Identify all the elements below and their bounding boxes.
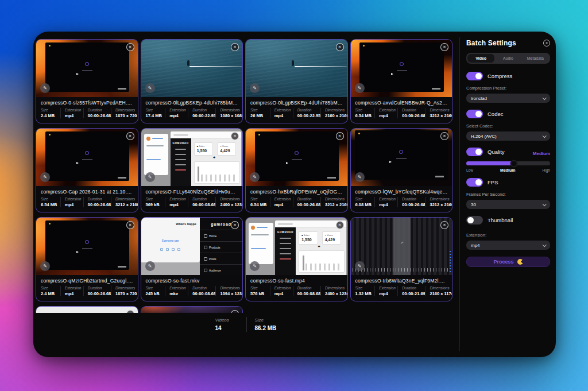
pencil-icon: ✎ [43, 264, 47, 269]
compress-toggle[interactable] [466, 72, 483, 80]
thumbnail-art-filmstrip: ⇗ [351, 218, 452, 275]
video-frame [355, 130, 448, 180]
remove-video-button[interactable]: ✕ [336, 221, 344, 229]
meta-dimensions: Dimensions2160 x 1174 [425, 286, 447, 296]
video-card[interactable]: ✕ ✎ compressO-0-slz557fsWTtyvPedAEH.mp4 … [36, 39, 138, 123]
pencil-icon: ✎ [253, 264, 257, 269]
video-card[interactable]: ✕ ✎ [141, 306, 243, 313]
remove-video-button[interactable]: ✕ [231, 310, 239, 313]
pencil-icon: ✎ [43, 175, 47, 180]
watermark [432, 88, 440, 90]
video-meta-row: Size6.08 MB Extensionmp4 Duration00:00:2… [351, 196, 452, 211]
video-card[interactable]: ✕ ✎ [36, 306, 138, 313]
paddler-figure [187, 60, 189, 66]
video-card[interactable]: ✕ ✎ compressO-0lLgpBSKEp-4dUhi785bM_conv… [141, 39, 243, 123]
remove-video-button[interactable]: ✕ [126, 310, 134, 313]
edit-video-button[interactable]: ✎ [250, 83, 260, 93]
compression-preset-select[interactable]: ironclad [466, 94, 550, 103]
meta-duration: Duration00:00:26.68 [397, 197, 425, 207]
thumbnail-toggle[interactable] [466, 216, 483, 224]
scale-medium: Medium [500, 168, 515, 172]
app-caption-bar [82, 159, 92, 160]
video-card[interactable]: ✕ ✎ compressO-axvdCulENBBwJR-Q_As2Q.mp4 … [350, 39, 453, 123]
close-settings-button[interactable]: ✕ [543, 40, 550, 47]
tab-audio[interactable]: Audio [494, 54, 521, 63]
remove-video-button[interactable]: ✕ [440, 221, 448, 229]
video-thumbnail: ✕ ✎ [351, 40, 452, 97]
remove-video-button[interactable]: ✕ [126, 132, 134, 140]
quality-current-value: Medium [533, 151, 550, 156]
close-icon: ✕ [443, 45, 446, 49]
edit-video-button[interactable]: ✎ [40, 172, 50, 182]
meta-dimensions: Dimensions3212 x 2160 [425, 108, 447, 118]
edit-video-button[interactable]: ✎ [40, 261, 50, 271]
tab-video[interactable]: Video [467, 54, 494, 63]
thumbnail-art-macos [36, 218, 138, 275]
remove-video-button[interactable]: ✕ [336, 43, 344, 51]
quality-row: Quality Medium [466, 148, 550, 156]
views-value: 4,429 [325, 238, 338, 242]
video-card[interactable]: GUMROAD Sales 1,550 Views 4,429 + [245, 217, 348, 301]
quality-slider[interactable] [466, 161, 550, 165]
meta-size: Size245 kB [146, 286, 165, 296]
remove-video-button[interactable]: ✕ [231, 221, 239, 229]
remove-video-button[interactable]: ✕ [440, 43, 448, 51]
edit-video-button[interactable]: ✎ [145, 261, 155, 271]
video-thumbnail: ✕ ✎ [36, 40, 138, 97]
app-logo-glyph [399, 150, 403, 154]
video-card[interactable]: ⇗ ✕ ✎ compressO-trb6WltaQ3nE_yqlF9M2l.mp… [350, 217, 453, 301]
tab-metadata[interactable]: Metadata [522, 54, 549, 63]
toggle-knob [475, 149, 482, 155]
meta-duration: Duration00:00:08.68 [293, 286, 320, 296]
codec-toggle[interactable] [466, 110, 483, 118]
video-card[interactable]: ✕ ✎ compressO-lQW_bYCfeqQTSKal4wqem.mp4 … [350, 128, 453, 212]
close-icon: ✕ [129, 45, 131, 49]
quality-toggle[interactable] [466, 148, 483, 156]
edit-video-button[interactable]: ✎ [250, 172, 260, 182]
cursor-crosshair-icon: + [318, 245, 320, 249]
fps-toggle[interactable] [466, 178, 483, 187]
video-card[interactable]: ✕ ✎ compressO-hxBbRqfOPEmW_oQjfOGJl.mp4 … [245, 128, 348, 212]
edit-video-button[interactable]: ✎ [355, 261, 365, 271]
extension-select[interactable]: mp4 [466, 241, 550, 250]
meta-extension: Extensionmkv [165, 286, 188, 296]
process-button[interactable]: Process [466, 257, 550, 267]
thumbnail-art-ocean [246, 40, 347, 97]
video-filename: compressO-0lLgpBSKEp-4dUhi785bM_converte… [141, 97, 243, 107]
edit-video-button[interactable]: ✎ [145, 172, 155, 182]
video-card[interactable]: ✕ ✎ compressO-Cap 2026-01-31 at 21.10.02… [36, 128, 138, 212]
edit-video-button[interactable]: ✎ [250, 261, 260, 271]
browser-window: GUMROAD Sales 1,550 Views 4,429 + [275, 220, 346, 275]
compose-heading: What's happe [145, 222, 196, 226]
edit-video-button[interactable]: ✎ [355, 172, 365, 182]
meta-extension: Extensionmp4 [270, 108, 293, 118]
sales-label: Sales [301, 234, 315, 237]
dotted-edge [450, 249, 451, 272]
analytics-content: Sales 1,550 Views 4,429 + [191, 138, 242, 186]
remove-video-button[interactable]: ✕ [231, 132, 239, 140]
remove-video-button[interactable]: ✕ [336, 132, 344, 140]
edit-video-button[interactable]: ✎ [145, 83, 155, 93]
fps-select[interactable]: 30 [466, 200, 550, 209]
remove-video-button[interactable]: ✕ [231, 43, 239, 51]
video-thumbnail: ✕ ✎ [141, 307, 243, 313]
remove-video-button[interactable]: ✕ [440, 132, 448, 140]
video-meta-row: Size26 MB Extensionmp4 Duration00:00:22.… [246, 107, 347, 122]
video-card[interactable]: ✕ ✎ compressO-qMzIGHb2tartmd_G2uogl.mp4 … [36, 217, 138, 301]
thumbnail-art-gumroad-home: What's happe Everyone can gumroad Home P… [141, 218, 243, 275]
edit-video-button[interactable]: ✎ [355, 83, 365, 93]
codec-select[interactable]: H.264 (AVC) [466, 131, 550, 141]
extension-label: Extension: [466, 233, 550, 238]
menu-item-home: Home [200, 230, 242, 241]
remove-video-button[interactable]: ✕ [126, 43, 134, 51]
quality-slider-knob[interactable] [510, 160, 518, 167]
pencil-icon: ✎ [253, 86, 257, 91]
video-card[interactable]: ✕ ✎ compressO-0lLgpBSKEp-4dUhi785bM.mp4 … [245, 39, 348, 123]
video-card[interactable]: What's happe Everyone can gumroad Home P… [141, 217, 243, 301]
app-caption-bar [396, 158, 407, 159]
edit-video-button[interactable]: ✎ [40, 83, 50, 93]
video-card[interactable]: GUMROAD Sales 1,550 Views 4,429 + [141, 128, 243, 212]
video-filename: compressO-qMzIGHb2tartmd_G2uogl.mp4 [36, 275, 138, 285]
remove-video-button[interactable]: ✕ [126, 221, 134, 229]
meta-extension: Extensionmp4 [60, 197, 83, 207]
